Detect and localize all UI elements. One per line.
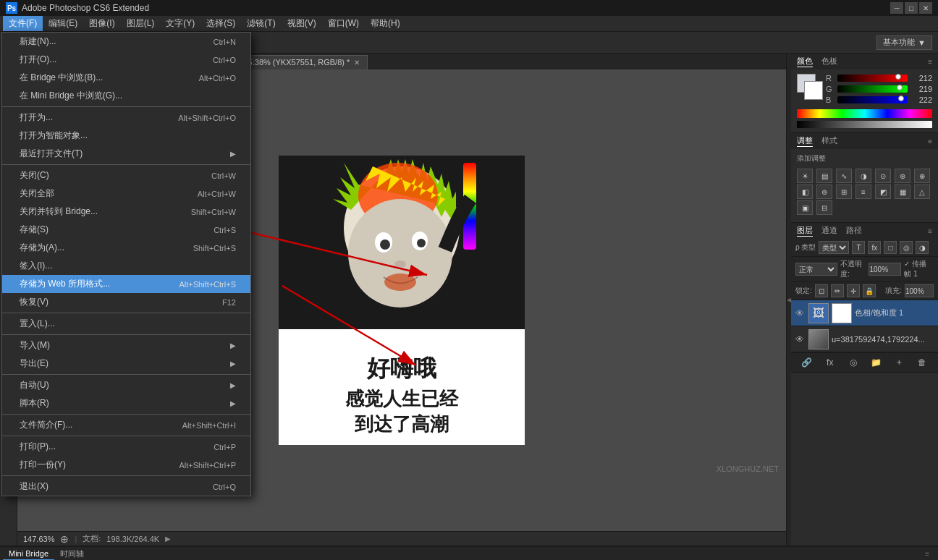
- sep3: [2, 313, 250, 313]
- menu-exit-label: 退出(X): [20, 480, 48, 493]
- menu-close-all-shortcut: Alt+Ctrl+W: [198, 190, 236, 198]
- sep4: [2, 334, 250, 335]
- menu-save-web-label: 存储为 Web 所用格式...: [20, 278, 110, 290]
- menu-mini-bridge-label: 在 Mini Bridge 中浏览(G)...: [20, 90, 122, 102]
- menu-print-one-label: 打印一份(Y): [20, 459, 66, 471]
- menu-checkin[interactable]: 签入(I)...: [2, 257, 250, 275]
- menu-new-label: 新建(N)...: [20, 35, 56, 48]
- menu-save-as-shortcut: Shift+Ctrl+S: [193, 244, 236, 253]
- menu-open-label: 打开(O)...: [20, 54, 56, 66]
- file-dropdown-menu: 新建(N)... Ctrl+N 打开(O)... Ctrl+O 在 Bridge…: [1, 32, 251, 496]
- menu-import-label: 导入(M): [20, 339, 50, 352]
- menu-scripts-label: 脚本(R): [20, 397, 49, 410]
- menu-close-all-label: 关闭全部: [20, 187, 54, 200]
- menu-save-web[interactable]: 存储为 Web 所用格式... Alt+Shift+Ctrl+S: [2, 275, 250, 293]
- menu-automate-arrow: ▶: [230, 381, 236, 389]
- menu-exit-shortcut: Ctrl+Q: [213, 483, 236, 491]
- menu-mini-bridge[interactable]: 在 Mini Bridge 中浏览(G)...: [2, 87, 250, 105]
- sep5: [2, 374, 250, 375]
- menu-scripts[interactable]: 脚本(R) ▶: [2, 394, 250, 412]
- menu-revert[interactable]: 恢复(V) F12: [2, 293, 250, 311]
- menu-new-shortcut: Ctrl+N: [214, 38, 236, 46]
- menu-save-as-label: 存储为(A)...: [20, 242, 64, 254]
- sep2: [2, 164, 250, 165]
- menu-file-info-label: 文件简介(F)...: [20, 419, 72, 431]
- menu-automate[interactable]: 自动(U) ▶: [2, 376, 250, 394]
- menu-automate-label: 自动(U): [20, 379, 49, 391]
- menu-open-as[interactable]: 打开为... Alt+Shift+Ctrl+O: [2, 109, 250, 127]
- menu-bridge-shortcut: Alt+Ctrl+O: [199, 74, 236, 82]
- menu-close-shortcut: Ctrl+W: [211, 171, 236, 180]
- menu-place-label: 置入(L)...: [20, 318, 55, 330]
- menu-bridge[interactable]: 在 Bridge 中浏览(B)... Alt+Ctrl+O: [2, 69, 250, 87]
- menu-import-arrow: ▶: [230, 341, 236, 349]
- menu-new[interactable]: 新建(N)... Ctrl+N: [2, 33, 250, 51]
- menu-exit[interactable]: 退出(X) Ctrl+Q: [2, 478, 250, 496]
- menu-save-as[interactable]: 存储为(A)... Shift+Ctrl+S: [2, 239, 250, 257]
- menu-close-label: 关闭(C): [20, 169, 49, 182]
- sep1: [2, 106, 250, 107]
- menu-export[interactable]: 导出(E) ▶: [2, 355, 250, 373]
- menu-print[interactable]: 打印(P)... Ctrl+P: [2, 438, 250, 456]
- svg-line-21: [246, 232, 427, 275]
- menu-open-as-shortcut: Alt+Shift+Ctrl+O: [178, 114, 236, 122]
- sep7: [2, 436, 250, 436]
- menu-export-arrow: ▶: [230, 360, 236, 368]
- menu-close-all[interactable]: 关闭全部 Alt+Ctrl+W: [2, 184, 250, 203]
- menu-open-shortcut: Ctrl+O: [213, 56, 236, 64]
- menu-open[interactable]: 打开(O)... Ctrl+O: [2, 51, 250, 69]
- sep6: [2, 414, 250, 415]
- menu-close-bridge-label: 关闭并转到 Bridge...: [20, 205, 98, 218]
- menu-import[interactable]: 导入(M) ▶: [2, 336, 250, 355]
- menu-print-one[interactable]: 打印一份(Y) Alt+Shift+Ctrl+P: [2, 456, 250, 474]
- menu-arrow-annotation: [246, 224, 463, 297]
- menu-save-label: 存储(S): [20, 224, 48, 236]
- menu-file-info[interactable]: 文件简介(F)... Alt+Shift+Ctrl+I: [2, 416, 250, 434]
- menu-print-shortcut: Ctrl+P: [214, 443, 236, 451]
- menu-open-smart-label: 打开为智能对象...: [20, 130, 88, 142]
- menu-save-web-shortcut: Alt+Shift+Ctrl+S: [179, 280, 236, 289]
- menu-open-as-label: 打开为...: [20, 111, 53, 124]
- menu-scripts-arrow: ▶: [230, 399, 236, 407]
- menu-checkin-label: 签入(I)...: [20, 260, 52, 272]
- menu-print-one-shortcut: Alt+Shift+Ctrl+P: [179, 461, 236, 470]
- menu-close[interactable]: 关闭(C) Ctrl+W: [2, 166, 250, 184]
- menu-recent-label: 最近打开文件(T): [20, 148, 83, 160]
- menu-export-label: 导出(E): [20, 357, 48, 370]
- sep8: [2, 475, 250, 476]
- menu-file-info-shortcut: Alt+Shift+Ctrl+I: [182, 421, 236, 430]
- menu-close-bridge-shortcut: Shift+Ctrl+W: [191, 208, 236, 216]
- menu-save[interactable]: 存储(S) Ctrl+S: [2, 221, 250, 239]
- menu-revert-shortcut: F12: [222, 298, 236, 307]
- menu-recent[interactable]: 最近打开文件(T) ▶: [2, 145, 250, 163]
- menu-open-smart[interactable]: 打开为智能对象...: [2, 127, 250, 145]
- menu-place[interactable]: 置入(L)...: [2, 315, 250, 333]
- menu-revert-label: 恢复(V): [20, 296, 48, 308]
- menu-bridge-label: 在 Bridge 中浏览(B)...: [20, 72, 103, 84]
- menu-recent-arrow: ▶: [230, 150, 236, 158]
- menu-save-shortcut: Ctrl+S: [214, 226, 236, 234]
- menu-close-bridge[interactable]: 关闭并转到 Bridge... Shift+Ctrl+W: [2, 203, 250, 221]
- menu-overlay[interactable]: 新建(N)... Ctrl+N 打开(O)... Ctrl+O 在 Bridge…: [0, 0, 938, 560]
- menu-print-label: 打印(P)...: [20, 441, 56, 453]
